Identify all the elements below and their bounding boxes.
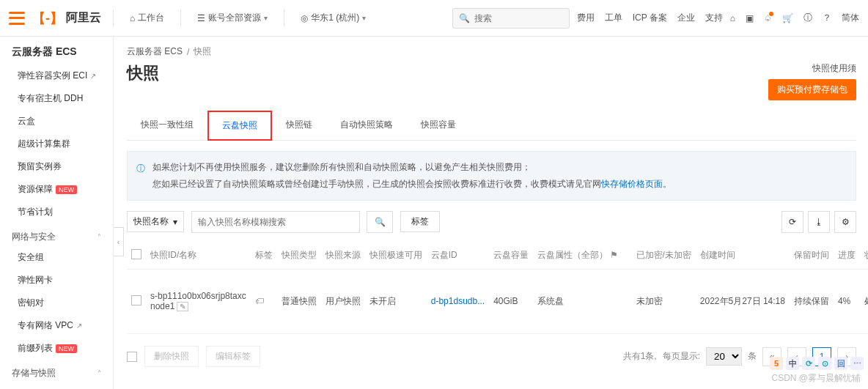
float-tool-button[interactable]: ⋯ xyxy=(850,357,864,370)
select-all-header-checkbox[interactable] xyxy=(131,249,141,259)
announce-icon[interactable]: ⌂ xyxy=(730,13,735,23)
tab[interactable]: 自动快照策略 xyxy=(326,111,407,141)
column-header: 快照类型 xyxy=(277,242,321,270)
column-header: 云盘ID xyxy=(427,242,489,270)
brand-logo[interactable]: 【-】 阿里云 xyxy=(32,10,101,27)
list-icon: ☰ xyxy=(197,13,205,23)
global-search-input[interactable] xyxy=(474,13,563,23)
sidebar-group-storage[interactable]: 存储与快照 ˄ xyxy=(0,360,113,382)
row-checkbox[interactable] xyxy=(131,295,141,305)
cloudshell-icon[interactable]: ▣ xyxy=(746,13,754,23)
location-icon: ◎ xyxy=(301,13,308,23)
page-size-select[interactable]: 20 xyxy=(706,347,742,366)
table-row: s-bp111o0bx06srjp8taxc node1✎ 🏷 普通快照 用户快… xyxy=(127,269,868,334)
cart-icon[interactable]: 🛒 xyxy=(782,13,793,23)
refresh-icon: ⟳ xyxy=(789,217,796,227)
search-icon: 🔍 xyxy=(459,13,470,23)
top-link[interactable]: 支持 xyxy=(705,12,723,24)
sidebar-item[interactable]: 安全组 xyxy=(0,246,113,269)
refresh-button[interactable]: ⟳ xyxy=(781,211,803,233)
home-icon: ⌂ xyxy=(130,13,135,23)
sidebar-group-network[interactable]: 网络与安全 ˄ xyxy=(0,223,113,246)
new-badge: NEW xyxy=(56,185,77,194)
region-dropdown[interactable]: ◎ 华东1 (杭州) ▾ xyxy=(296,9,370,27)
sidebar-item[interactable]: 专有宿主机 DDH xyxy=(0,87,113,110)
tab[interactable]: 快照容量 xyxy=(407,111,470,141)
pricing-link[interactable]: 快存储价格页面 xyxy=(601,179,663,189)
external-link-icon: ↗ xyxy=(90,72,96,80)
delete-snapshot-button: 删除快照 xyxy=(144,346,199,367)
float-tool-button[interactable]: 回 xyxy=(834,357,847,370)
sidebar-item[interactable]: 云盘 xyxy=(0,382,113,389)
global-search[interactable]: 🔍 xyxy=(452,8,570,29)
sidebar-item[interactable]: 节省计划 xyxy=(0,201,113,223)
column-header: 保留时间 xyxy=(790,242,834,270)
external-link-icon: ↗ xyxy=(76,322,82,330)
tag-filter-button[interactable]: 标签 xyxy=(400,211,440,232)
logo-icon: 【-】 xyxy=(32,10,63,27)
info-alert: ⓘ 如果您计划不再使用快照服务，建议您删除所有快照和自动快照策略，以避免产生相关… xyxy=(127,151,856,201)
column-header: 云盘属性（全部） ⚑ xyxy=(533,242,622,270)
new-badge: NEW xyxy=(56,344,77,353)
search-button[interactable]: 🔍 xyxy=(367,211,393,233)
gear-icon: ⚙ xyxy=(842,217,850,227)
export-button[interactable]: ⭳ xyxy=(808,211,830,233)
filter-icon[interactable]: ⚑ xyxy=(608,250,618,260)
edit-name-icon[interactable]: ✎ xyxy=(177,302,188,311)
column-header: 状态 xyxy=(860,242,868,270)
download-icon: ⭳ xyxy=(814,217,823,227)
sidebar-item[interactable]: 云盒 xyxy=(0,110,113,133)
float-tool-button[interactable]: ⊙ xyxy=(818,357,831,370)
sidebar: 云服务器 ECS 弹性容器实例 ECI ↗专有宿主机 DDH云盒超级计算集群预留… xyxy=(0,37,114,389)
sidebar-title: 云服务器 ECS xyxy=(0,45,113,64)
language-switch[interactable]: 简体 xyxy=(842,12,859,24)
help-circle-icon[interactable]: ？ xyxy=(823,12,831,24)
notifications-icon[interactable]: ♤ xyxy=(764,13,772,23)
buy-storage-button[interactable]: 购买预付费存储包 xyxy=(768,79,856,100)
column-header: 已加密/未加密 xyxy=(632,242,696,270)
column-header: 标签 xyxy=(251,242,277,270)
column-settings-button[interactable]: ⚙ xyxy=(834,211,856,233)
sidebar-item[interactable]: 预留实例券 xyxy=(0,155,113,178)
sidebar-item[interactable]: 超级计算集群 xyxy=(0,133,113,155)
top-link[interactable]: 企业 xyxy=(677,12,695,24)
tab[interactable]: 快照一致性组 xyxy=(127,111,207,141)
column-header: 快照来源 xyxy=(321,242,365,270)
tab[interactable]: 快照链 xyxy=(272,111,326,141)
float-toolbar: 5中⟳⊙回⋯ xyxy=(770,357,864,370)
workspace-button[interactable]: ⌂ 工作台 xyxy=(125,9,169,27)
menu-toggle-button[interactable] xyxy=(9,12,25,25)
watermark: CSDN @雾与晨解忧辅 xyxy=(771,372,861,385)
column-header: 快照ID/名称 xyxy=(146,242,251,270)
tag-icon[interactable]: 🏷 xyxy=(255,296,264,306)
float-tool-button[interactable]: ⟳ xyxy=(802,357,815,370)
snapshot-table: 快照ID/名称标签快照类型快照来源快照极速可用云盘ID云盘容量云盘属性（全部） … xyxy=(127,242,868,335)
tabs: 快照一致性组云盘快照快照链自动快照策略快照容量 xyxy=(127,111,856,141)
top-link[interactable]: ICP 备案 xyxy=(633,12,667,24)
sidebar-item[interactable]: 专有网络 VPC ↗ xyxy=(0,314,113,337)
snapshot-id: s-bp111o0bx06srjp8taxc xyxy=(150,291,246,301)
sidebar-item[interactable]: 弹性网卡 xyxy=(0,269,113,292)
select-all-checkbox[interactable] xyxy=(127,352,137,362)
sidebar-item[interactable]: 资源保障NEW xyxy=(0,178,113,201)
usage-help-link[interactable]: 快照使用须 xyxy=(812,62,856,75)
resource-scope-dropdown[interactable]: ☰ 账号全部资源 ▾ xyxy=(193,9,272,27)
sidebar-item[interactable]: 密钥对 xyxy=(0,292,113,314)
chevron-up-icon: ˄ xyxy=(98,369,101,377)
sidebar-item[interactable]: 前缀列表NEW xyxy=(0,337,113,360)
disk-id-link[interactable]: d-bp1dsudb... xyxy=(431,296,485,306)
page-title: 快照 xyxy=(127,62,159,84)
float-tool-button[interactable]: 中 xyxy=(786,357,799,370)
help-icon[interactable]: ⓘ xyxy=(803,12,812,24)
top-link[interactable]: 工单 xyxy=(605,12,622,24)
snapshot-name: node1 xyxy=(150,301,174,311)
caret-down-icon: ▾ xyxy=(173,217,177,227)
breadcrumb-root[interactable]: 云服务器 ECS xyxy=(127,45,183,58)
search-icon: 🔍 xyxy=(375,217,386,227)
float-tool-button[interactable]: 5 xyxy=(770,357,783,370)
tab[interactable]: 云盘快照 xyxy=(207,111,272,141)
filter-field-dropdown[interactable]: 快照名称 ▾ xyxy=(127,211,184,232)
sidebar-item[interactable]: 弹性容器实例 ECI ↗ xyxy=(0,64,113,87)
top-link[interactable]: 费用 xyxy=(577,12,595,24)
snapshot-search-input[interactable] xyxy=(198,217,359,227)
